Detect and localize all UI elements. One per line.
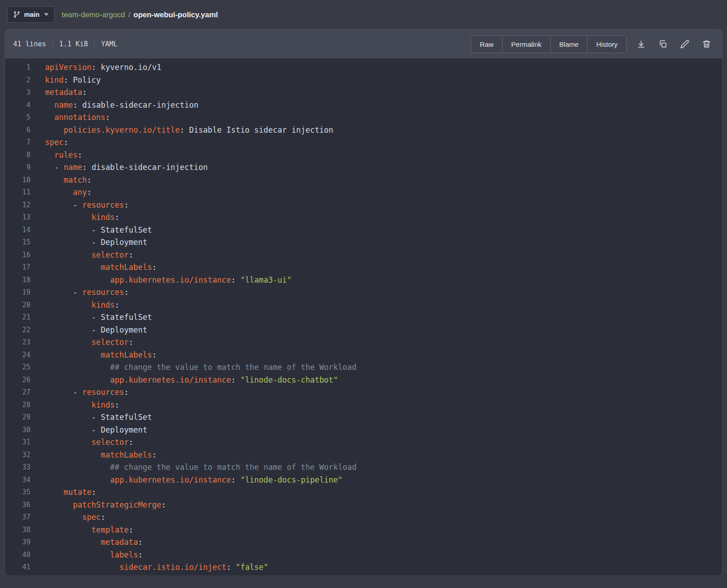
line-number[interactable]: 18 [5,274,30,287]
line-number[interactable]: 29 [5,411,30,424]
line-number[interactable]: 41 [5,561,30,574]
line-number[interactable]: 40 [5,549,30,562]
raw-button[interactable]: Raw [471,36,502,53]
code-line-content: - resources: [30,286,129,299]
line-number[interactable]: 5 [5,111,30,124]
code-line-content: matchLabels: [30,449,157,462]
line-number[interactable]: 38 [5,524,30,537]
branch-name: main [24,11,40,18]
code-line-content: app.kubernetes.io/instance: "linode-docs… [30,374,338,387]
permalink-button[interactable]: Permalink [502,36,550,53]
code-lines: 1apiVersion: kyverno.io/v12kind: Policy3… [5,59,722,576]
code-line: 18 app.kubernetes.io/instance: "llama3-u… [5,274,722,287]
line-number[interactable]: 10 [5,174,30,187]
code-line-content: metadata: [30,86,87,99]
history-button[interactable]: History [587,36,626,53]
line-number[interactable]: 16 [5,249,30,262]
code-line: 34 app.kubernetes.io/instance: "linode-d… [5,474,722,487]
edit-file-button[interactable] [677,37,692,51]
code-line: 28 kinds: [5,399,722,412]
line-number[interactable]: 35 [5,486,30,499]
file-lines-count: 41 lines [13,40,46,48]
line-number[interactable]: 4 [5,99,30,112]
code-line: 5 annotations: [5,111,722,124]
line-number[interactable]: 39 [5,536,30,549]
code-line: 6 policies.kyverno.io/title: Disable Ist… [5,124,722,137]
code-line-content: - StatefulSet [30,311,152,324]
code-line-content: annotations: [30,111,110,124]
line-number[interactable]: 32 [5,449,30,462]
line-number[interactable]: 20 [5,299,30,312]
code-line-content: labels: [30,549,143,562]
line-number[interactable]: 13 [5,211,30,224]
line-number[interactable]: 30 [5,424,30,437]
line-number[interactable]: 34 [5,474,30,487]
line-number[interactable]: 24 [5,349,30,362]
code-line-content: any: [30,186,91,199]
code-line: 1apiVersion: kyverno.io/v1 [5,61,722,74]
code-line-content: matchLabels: [30,261,157,274]
edit-pencil-icon [680,40,689,49]
line-number[interactable]: 37 [5,511,30,524]
line-number[interactable]: 15 [5,236,30,249]
line-number[interactable]: 12 [5,199,30,212]
top-bar: main team-demo-argocd / open-webui-polic… [0,0,727,29]
code-line: 9 - name: disable-sidecar-injection [5,161,722,174]
code-line: 37 spec: [5,511,722,524]
code-line-content: - StatefulSet [30,411,152,424]
code-line-content: metadata: [30,536,143,549]
line-number[interactable]: 17 [5,261,30,274]
code-line-content: kind: Policy [30,74,101,87]
breadcrumb-separator: / [125,10,134,19]
line-number[interactable]: 23 [5,336,30,349]
code-line-content: mutate: [30,486,96,499]
code-line-content: - resources: [30,386,129,399]
code-line: 11 any: [5,186,722,199]
line-number[interactable]: 25 [5,361,30,374]
file-language-badge: YAML [101,40,117,48]
code-line-content: patchStrategicMerge: [30,499,166,512]
divider [94,39,95,49]
download-button[interactable] [634,37,648,51]
line-number[interactable]: 8 [5,149,30,162]
line-number[interactable]: 9 [5,161,30,174]
code-line-content: ## change the value to match the name of… [30,361,357,374]
delete-file-button[interactable] [699,37,714,51]
line-number[interactable]: 3 [5,86,30,99]
copy-content-button[interactable] [656,37,670,51]
code-line-content: kinds: [30,299,120,312]
line-number[interactable]: 7 [5,136,30,149]
line-number[interactable]: 26 [5,374,30,387]
code-line-content: policies.kyverno.io/title: Disable Istio… [30,124,334,137]
breadcrumb-file-name: open-webui-policy.yaml [134,10,218,19]
code-line: 41 sidecar.istio.io/inject: "false" [5,561,722,574]
code-line: 2kind: Policy [5,74,722,87]
line-number[interactable]: 14 [5,224,30,237]
line-number[interactable]: 28 [5,399,30,412]
code-line-content: matchLabels: [30,349,157,362]
line-number[interactable]: 27 [5,386,30,399]
code-line: 16 selector: [5,249,722,262]
download-icon [637,40,646,49]
line-number[interactable]: 19 [5,286,30,299]
code-line: 22 - Deployment [5,324,722,337]
line-number[interactable]: 11 [5,186,30,199]
line-number[interactable]: 21 [5,311,30,324]
line-number[interactable]: 36 [5,499,30,512]
line-number[interactable]: 33 [5,461,30,474]
code-line: 10 match: [5,174,722,187]
code-line: 17 matchLabels: [5,261,722,274]
line-number[interactable]: 6 [5,124,30,137]
breadcrumb-repo-link[interactable]: team-demo-argocd [62,10,125,19]
branch-selector-button[interactable]: main [7,6,55,23]
blame-button[interactable]: Blame [550,36,588,53]
code-line-content: spec: [30,511,105,524]
line-number[interactable]: 1 [5,61,30,74]
code-line-content: sidecar.istio.io/inject: "false" [30,561,268,574]
line-number[interactable]: 2 [5,74,30,87]
file-view-container: 41 lines 1.1 KiB YAML Raw Permalink Blam… [5,29,722,576]
line-number[interactable]: 31 [5,436,30,449]
code-line-content: selector: [30,249,134,262]
code-line: 31 selector: [5,436,722,449]
line-number[interactable]: 22 [5,324,30,337]
